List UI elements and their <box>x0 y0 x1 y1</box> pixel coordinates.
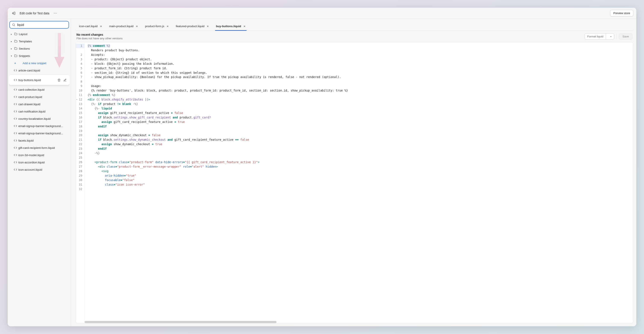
code-gutter: 1 2 3 4 5 6 7 8 9 10 11 12 13 14 15 16 1… <box>76 42 84 323</box>
close-icon <box>243 25 246 28</box>
chevron-icon: ▸ <box>10 40 13 43</box>
file-row[interactable]: country-localization.liquid <box>9 115 70 122</box>
folder-icon <box>14 47 18 50</box>
folder-row[interactable]: ▾Snippets <box>9 52 70 59</box>
exit-icon <box>12 11 16 15</box>
tab-label: product-form.js <box>145 25 164 28</box>
status-title: No recent changes <box>76 33 582 36</box>
plus-icon: + <box>14 62 17 65</box>
file-row[interactable]: card-product.liquid <box>9 93 70 100</box>
format-liquid-label: Format liquid <box>585 34 606 39</box>
close-tab-button[interactable] <box>243 25 246 28</box>
topbar: Edit code for Test data ⋯ Preview store <box>8 8 636 19</box>
back-button[interactable] <box>11 10 17 16</box>
chevron-icon: ▸ <box>10 33 13 35</box>
svg-point-1 <box>12 24 14 26</box>
file-row[interactable]: icon-account.liquid <box>9 166 70 173</box>
editor-tab[interactable]: icon-cart.liquid <box>76 22 106 31</box>
file-label: gift-card-recipient-form.liquid <box>18 146 68 149</box>
file-label: email-signup-banner-background... <box>18 132 68 135</box>
search-box[interactable] <box>10 21 69 29</box>
divider <box>616 34 617 39</box>
code-file-icon <box>14 117 17 120</box>
app-window: Edit code for Test data ⋯ Preview store … <box>8 8 636 326</box>
file-row[interactable]: article-card.liquid <box>9 67 70 74</box>
format-liquid-button[interactable]: Format liquid <box>584 33 614 40</box>
file-row[interactable]: facets.liquid <box>9 137 70 144</box>
file-row[interactable]: buy-buttons.liquid <box>9 75 70 85</box>
folder-label: Layout <box>19 33 68 36</box>
folder-icon <box>14 40 18 43</box>
code-file-icon <box>14 78 17 82</box>
chevron-icon: ▾ <box>10 55 13 57</box>
code-file-icon <box>14 69 17 72</box>
editor-tab[interactable]: product-form.js <box>142 22 172 31</box>
folder-icon <box>14 32 18 36</box>
topbar-title: Edit code for Test data <box>20 12 49 15</box>
close-tab-button[interactable] <box>166 25 169 28</box>
file-row[interactable]: email-signup-banner-background... <box>9 122 70 130</box>
main-split: ▸Layout▸Templates▸Sections▾Snippets+Add … <box>8 19 636 326</box>
fold-caret-icon[interactable]: ▾ <box>76 98 77 101</box>
add-snippet-label: Add a new snippet <box>23 62 68 65</box>
status-bar: No recent changes File does not have any… <box>76 31 633 42</box>
file-row[interactable]: icon-3d-model.liquid <box>9 151 70 159</box>
chevron-icon: ▸ <box>10 48 13 50</box>
code-file-icon <box>14 153 17 157</box>
file-label: icon-account.liquid <box>18 168 68 171</box>
rename-icon <box>64 78 66 82</box>
file-row[interactable]: gift-card-recipient-form.liquid <box>9 144 70 151</box>
folder-row[interactable]: ▸Layout <box>9 30 70 38</box>
folder-label: Templates <box>19 40 68 43</box>
file-label: country-localization.liquid <box>18 117 68 120</box>
close-tab-button[interactable] <box>100 25 102 28</box>
tab-label: main-product.liquid <box>109 25 134 28</box>
more-menu-button[interactable]: ⋯ <box>52 10 58 16</box>
folder-row[interactable]: ▸Templates <box>9 38 70 45</box>
file-row[interactable]: cart-drawer.liquid <box>9 100 70 108</box>
folder-row[interactable]: ▸Sections <box>9 45 70 52</box>
editor-tab[interactable]: main-product.liquid <box>106 22 142 31</box>
file-row[interactable]: icon-accordion.liquid <box>9 159 70 166</box>
rename-file-button[interactable] <box>62 77 68 83</box>
code-file-icon <box>14 168 17 171</box>
file-label: icon-accordion.liquid <box>18 161 68 164</box>
close-icon <box>136 25 138 28</box>
file-label: cart-drawer.liquid <box>18 103 68 106</box>
code-file-icon <box>14 102 17 106</box>
delete-icon <box>58 78 61 82</box>
preview-store-button[interactable]: Preview store <box>610 10 633 17</box>
search-input[interactable] <box>17 23 66 27</box>
tab-label: icon-cart.liquid <box>79 25 98 28</box>
file-row[interactable]: card-collection.liquid <box>9 86 70 93</box>
add-snippet-button[interactable]: +Add a new snippet <box>9 59 70 67</box>
file-row[interactable]: cart-notification.liquid <box>9 108 70 115</box>
close-tab-button[interactable] <box>206 25 209 28</box>
save-button[interactable]: Save <box>619 33 632 40</box>
code-file-icon <box>14 146 17 149</box>
file-label: buy-buttons.liquid <box>18 78 55 82</box>
code-body[interactable]: {% comment %} Renders product buy-button… <box>84 42 633 323</box>
tab-label: featured-product.liquid <box>176 25 204 28</box>
file-label: facets.liquid <box>18 139 68 142</box>
close-tab-button[interactable] <box>136 25 138 28</box>
code-file-icon <box>14 139 17 142</box>
editor-tab[interactable]: featured-product.liquid <box>172 22 212 31</box>
folder-label: Sections <box>19 47 68 50</box>
scrollbar-thumb[interactable] <box>84 321 276 323</box>
file-tree[interactable]: ▸Layout▸Templates▸Sections▾Snippets+Add … <box>9 30 70 326</box>
file-label: icon-3d-model.liquid <box>18 153 68 157</box>
code-file-icon <box>14 131 17 135</box>
file-row[interactable]: email-signup-banner-background... <box>9 130 70 137</box>
svg-line-2 <box>14 26 15 26</box>
code-file-icon <box>14 124 17 128</box>
code-file-icon <box>14 88 17 91</box>
file-label: card-product.liquid <box>18 95 68 99</box>
sidebar: ▸Layout▸Templates▸Sections▾Snippets+Add … <box>8 19 71 326</box>
close-icon <box>166 25 169 28</box>
horizontal-scrollbar[interactable] <box>84 321 633 323</box>
delete-file-button[interactable] <box>56 77 62 83</box>
chevron-down-icon[interactable] <box>608 34 614 39</box>
editor-tab[interactable]: buy-buttons.liquid <box>212 22 249 31</box>
code-editor[interactable]: 1 2 3 4 5 6 7 8 9 10 11 12 13 14 15 16 1… <box>76 42 633 323</box>
